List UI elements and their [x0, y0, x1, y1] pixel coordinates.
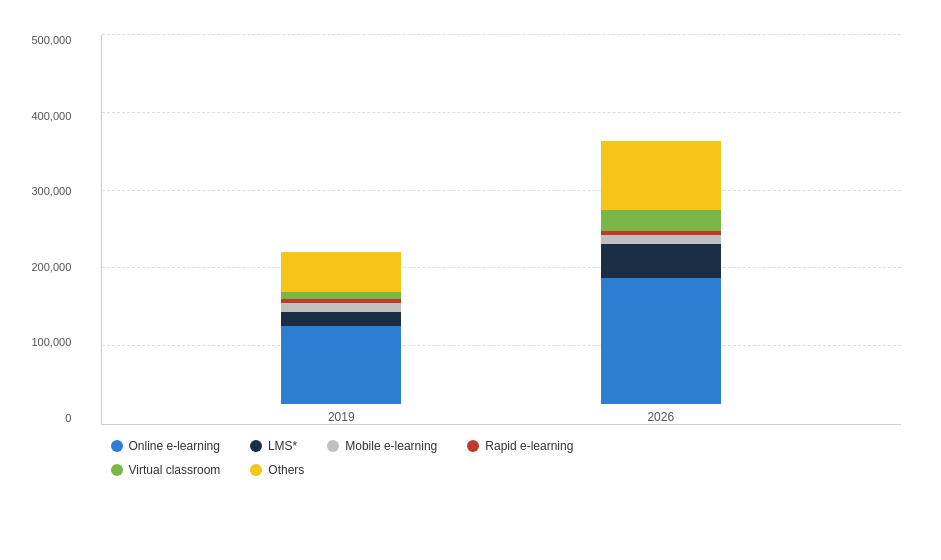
- legend-row-1: Online e-learningLMS*Mobile e-learningRa…: [111, 439, 901, 453]
- legend-item-online-e-learning: Online e-learning: [111, 439, 220, 453]
- bar-stack-2026: [601, 141, 721, 404]
- y-label-300k: 300,000: [32, 186, 80, 197]
- legend-dot-mobile-e-learning: [327, 440, 339, 452]
- legend-label-lms*: LMS*: [268, 439, 297, 453]
- legend-label-mobile-e-learning: Mobile e-learning: [345, 439, 437, 453]
- legend-item-virtual-classroom: Virtual classroom: [111, 463, 221, 477]
- bar-x-label-2026: 2026: [647, 410, 674, 424]
- legend-dot-lms*: [250, 440, 262, 452]
- legend-dot-rapid-e-learning: [467, 440, 479, 452]
- legend-row-2: Virtual classroomOthers: [111, 463, 901, 477]
- legend-label-rapid-e-learning: Rapid e-learning: [485, 439, 573, 453]
- chart-container: Market size in million U.S. dollars 0 10…: [21, 15, 921, 545]
- y-axis-labels: 0 100,000 200,000 300,000 400,000 500,00…: [32, 35, 80, 424]
- legend-label-virtual-classroom: Virtual classroom: [129, 463, 221, 477]
- legend-dot-online-e-learning: [111, 440, 123, 452]
- bar-segment-2026-virtual-classroom: [601, 210, 721, 231]
- y-label-100k: 100,000: [32, 337, 80, 348]
- legend-item-others: Others: [250, 463, 304, 477]
- bar-x-label-2019: 2019: [328, 410, 355, 424]
- legend-item-rapid-e-learning: Rapid e-learning: [467, 439, 573, 453]
- legend: Online e-learningLMS*Mobile e-learningRa…: [101, 439, 901, 481]
- y-label-0: 0: [65, 413, 79, 424]
- bar-segment-2026-online-e-learning: [601, 278, 721, 404]
- legend-item-lms*: LMS*: [250, 439, 297, 453]
- bar-segment-2019-online-e-learning: [281, 326, 401, 404]
- chart-area: 0 100,000 200,000 300,000 400,000 500,00…: [101, 35, 901, 425]
- y-label-400k: 400,000: [32, 111, 80, 122]
- bar-segment-2019-mobile-e-learning: [281, 303, 401, 312]
- legend-item-mobile-e-learning: Mobile e-learning: [327, 439, 437, 453]
- bar-stack-2019: [281, 252, 401, 404]
- legend-dot-virtual-classroom: [111, 464, 123, 476]
- y-label-200k: 200,000: [32, 262, 80, 273]
- legend-dot-others: [250, 464, 262, 476]
- bar-group-2026: 2026: [601, 141, 721, 424]
- bars-container: 20192026: [102, 35, 901, 424]
- bar-group-2019: 2019: [281, 252, 401, 424]
- bar-segment-2026-lms*: [601, 244, 721, 278]
- bar-segment-2019-others: [281, 252, 401, 293]
- bar-segment-2026-others: [601, 141, 721, 210]
- bar-segment-2026-mobile-e-learning: [601, 235, 721, 244]
- y-label-500k: 500,000: [32, 35, 80, 46]
- bar-segment-2019-lms*: [281, 312, 401, 326]
- legend-label-others: Others: [268, 463, 304, 477]
- legend-label-online-e-learning: Online e-learning: [129, 439, 220, 453]
